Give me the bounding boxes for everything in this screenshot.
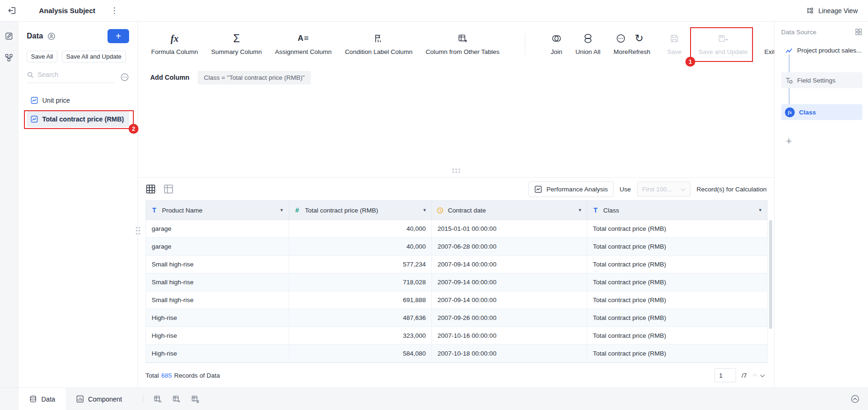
tab-data[interactable]: Data [19,388,66,410]
lineage-view-button[interactable]: Lineage View [807,7,858,15]
bottom-bar: Data Component [0,387,868,410]
formula-chip[interactable]: Class = "Total contract price (RMB)" [198,71,311,84]
panel-resize-handle[interactable] [135,226,141,235]
tab-component[interactable]: Component [66,388,132,410]
add-column-row: Add Column Class = "Total contract price… [138,67,774,88]
source-chart-icon [785,46,793,54]
column-header-contract-date[interactable]: Contract date ▼ [432,201,587,220]
annotation-badge-1: 1 [685,57,695,67]
column-header-product-name[interactable]: T Product Name ▼ [146,201,289,220]
assignment-column-button[interactable]: A≡ Assignment Column [275,33,332,55]
column-header-total-contract-price[interactable]: # Total contract price (RMB) ▼ [289,201,432,220]
field-list: Unit price Total contract price (RMB) 2 [27,92,129,127]
source-table-item[interactable]: Project product sales... [781,44,862,56]
number-type-icon: # [294,206,301,214]
field-item-unit-price[interactable]: Unit price [27,92,129,108]
table-row: Small high-rise 718,028 2007-09-14 00:00… [146,273,768,291]
collapse-panel-icon[interactable] [8,6,16,15]
text-type-icon: T [151,206,158,214]
save-and-update-icon [718,33,729,44]
cell: 2007-10-16 00:00:00 [432,327,587,345]
column-dropdown-icon[interactable]: ▼ [758,208,762,213]
add-step-button[interactable]: + [781,135,795,147]
cell: 487,636 [289,309,432,327]
records-select[interactable]: First 100... [637,182,691,197]
data-source-flow: Project product sales... Field Settings … [781,44,862,120]
grid-view-icon[interactable] [146,184,156,194]
edit-subject-icon[interactable] [5,32,13,40]
database-icon [29,395,37,403]
relation-view-icon[interactable] [5,53,13,62]
table-toolbar-right: Performance Analysis Use First 100... Re… [529,182,767,197]
text-type-icon: T [592,206,599,214]
insert-table-chart-icon[interactable] [154,395,162,403]
data-table: T Product Name ▼ # Total contract price … [146,200,768,363]
table-wrap: T Product Name ▼ # Total contract price … [146,200,768,363]
insert-table-plus-icon[interactable] [172,395,181,403]
condition-label-column-button[interactable]: Condition Label Column [345,33,413,55]
column-from-other-tables-label: Column from Other Tables [426,48,499,55]
save-all-and-update-button[interactable]: Save All and Update [62,51,126,62]
join-button[interactable]: Join [551,33,562,55]
search-input[interactable] [38,71,115,78]
performance-analysis-button[interactable]: Performance Analysis [529,182,614,197]
save-button[interactable]: Save [667,33,682,55]
save-and-update-button[interactable]: Save and Update [699,33,747,55]
search-more-icon[interactable] [120,73,129,82]
collapse-bottom-icon[interactable] [851,395,860,403]
field-settings-icon [785,76,793,84]
column-header-class[interactable]: T Class ▼ [587,201,768,220]
column-from-other-tables-button[interactable]: Column from Other Tables [426,33,499,55]
total-label: Total [146,372,159,379]
title-kebab-menu-icon[interactable]: ⋮ [110,7,118,15]
table-plus-icon [458,33,468,44]
cell: Total contract price (RMB) [587,327,768,345]
column-dropdown-icon[interactable]: ▼ [422,208,427,213]
chevron-down-icon [681,186,685,191]
cell: 577,234 [289,256,432,273]
table-footer: Total 685 Records of Data /7 [138,363,774,387]
refresh-icon: ↻ [635,33,643,44]
cell: 40,000 [289,220,432,238]
column-view-icon[interactable] [163,184,174,194]
pagination: /7 [714,368,765,382]
page-down-icon[interactable] [760,372,765,377]
records-suffix-label: Record(s) for Calculation [697,186,767,193]
more-button[interactable]: More [614,33,628,55]
cell: 2007-06-28 00:00:00 [432,238,587,256]
field-settings-item[interactable]: Field Settings [781,72,862,88]
layout-grid-icon[interactable] [855,28,862,36]
cell: Total contract price (RMB) [587,309,768,327]
insert-table-list-icon[interactable] [191,395,200,403]
toolbar-divider [525,33,525,55]
subject-avatar-icon[interactable] [47,32,55,40]
save-all-button[interactable]: Save All [27,51,57,62]
cell: 40,000 [289,238,432,256]
class-field-item[interactable]: fx Class [781,104,862,120]
cell: 2007-09-26 00:00:00 [432,309,587,327]
source-table-name: Project product sales... [797,47,861,54]
add-field-button[interactable]: + [108,29,129,43]
table-row: High-rise 584,080 2007-10-18 00:00:00 To… [146,345,768,363]
refresh-button[interactable]: ↻ Refresh [628,33,650,55]
page-number-input[interactable] [714,368,736,382]
column-dropdown-icon[interactable]: ▼ [578,208,582,213]
union-all-button[interactable]: Union All [576,33,600,55]
search-icon [27,71,34,78]
summary-column-button[interactable]: Σ Summary Column [211,33,262,55]
column-dropdown-icon[interactable]: ▼ [280,208,284,213]
cell: 2007-10-18 00:00:00 [432,345,587,363]
table-resize-handle[interactable] [452,168,461,174]
table-scrollbar[interactable] [769,220,772,329]
page-up-icon[interactable] [753,373,757,378]
save-label: Save [667,48,682,55]
column-header-label: Contract date [448,207,486,214]
formula-column-button[interactable]: fx Formula Column [151,33,198,55]
cell: 691,888 [289,291,432,309]
total-count[interactable]: 685 [161,372,172,379]
field-settings-label: Field Settings [797,77,836,84]
cell: 2015-01-01 00:00:00 [432,220,587,238]
table-row: garage 40,000 2007-06-28 00:00:00 Total … [146,238,768,256]
field-item-total-contract-price[interactable]: Total contract price (RMB) [27,111,129,127]
table-row: Small high-rise 577,234 2007-09-14 00:00… [146,256,768,273]
